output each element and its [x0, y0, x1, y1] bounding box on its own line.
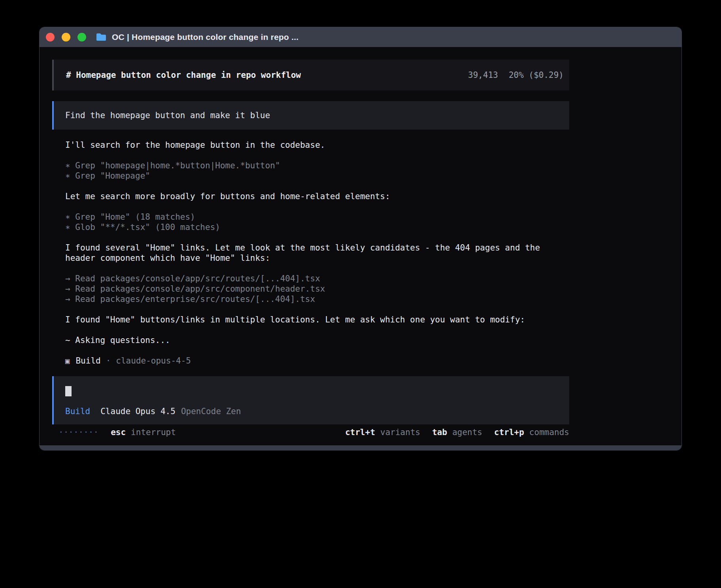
- footer-shortcut: ctrl+pcommands: [494, 428, 569, 437]
- tool-call-line: → Read packages/console/app/src/componen…: [65, 284, 569, 294]
- assistant-text-line: I'll search for the homepage button in t…: [65, 140, 569, 150]
- interrupt-key: esc: [111, 428, 126, 437]
- user-message: Find the homepage button and make it blu…: [52, 101, 569, 130]
- assistant-text-block: I'll search for the homepage button in t…: [52, 140, 569, 150]
- zoom-button[interactable]: [77, 33, 86, 41]
- session-header: # Homepage button color change in repo w…: [52, 60, 569, 90]
- assistant-text-block: ~ Asking questions...: [52, 335, 569, 345]
- window-bottom-edge: [40, 445, 681, 450]
- footer-shortcut: ctrl+tvariants: [345, 428, 420, 437]
- context-usage: 20% ($0.29): [509, 70, 564, 80]
- tool-call-line: → Read packages/enterprise/src/routes/[.…: [65, 294, 569, 304]
- terminal-content: # Homepage button color change in repo w…: [40, 47, 681, 445]
- close-button[interactable]: [46, 33, 55, 41]
- session-stats: 39,413 20% ($0.29): [468, 70, 564, 80]
- agent-icon: ▣: [65, 356, 70, 365]
- prompt-input[interactable]: Build Claude Opus 4.5 OpenCode Zen: [52, 376, 569, 424]
- tool-call-line: ∗ Grep "Homepage": [65, 171, 569, 181]
- tool-call-block: → Read packages/console/app/src/routes/[…: [52, 273, 569, 304]
- prompt-model-label: Claude Opus 4.5: [100, 407, 176, 416]
- text-cursor-icon: [65, 386, 72, 396]
- terminal-window: OC | Homepage button color change in rep…: [39, 27, 682, 450]
- tool-call-line: ∗ Grep "Home" (18 matches): [65, 212, 569, 222]
- statusbar: ········ esc interrupt ctrl+tvariantstab…: [52, 427, 569, 437]
- session-title: # Homepage button color change in repo w…: [66, 70, 301, 80]
- shortcut-label: variants: [380, 428, 420, 437]
- footer-shortcut: tabagents: [432, 428, 482, 437]
- separator-dot-icon: ·: [106, 356, 111, 366]
- tool-call-block: ∗ Grep "homepage|home.*button|Home.*butt…: [52, 160, 569, 181]
- shortcut-key: ctrl+t: [345, 428, 375, 437]
- shortcut-label: agents: [452, 428, 482, 437]
- tool-call-block: ∗ Grep "Home" (18 matches)∗ Glob "**/*.t…: [52, 212, 569, 232]
- tool-call-line: ∗ Glob "**/*.tsx" (100 matches): [65, 222, 569, 232]
- prompt-provider-label: OpenCode Zen: [181, 407, 241, 416]
- prompt-meta-row: Build Claude Opus 4.5 OpenCode Zen: [65, 407, 569, 416]
- shortcut-key: tab: [432, 428, 447, 437]
- assistant-text-line: I found "Home" buttons/links in multiple…: [65, 315, 569, 325]
- assistant-text-block: I found "Home" buttons/links in multiple…: [52, 315, 569, 325]
- assistant-text-line: Let me search more broadly for buttons a…: [65, 191, 569, 202]
- conversation: I'll search for the homepage button in t…: [52, 140, 569, 345]
- tool-call-line: → Read packages/console/app/src/routes/[…: [65, 273, 569, 284]
- assistant-text-line: ~ Asking questions...: [65, 335, 569, 345]
- user-message-text: Find the homepage button and make it blu…: [65, 111, 270, 120]
- minimize-button[interactable]: [62, 33, 70, 41]
- assistant-text-line: I found several "Home" links. Let me loo…: [65, 243, 569, 253]
- interrupt-label: interrupt: [131, 428, 176, 437]
- token-count: 39,413: [468, 70, 498, 80]
- prompt-agent-label: Build: [65, 407, 90, 416]
- footer-shortcuts: ctrl+tvariantstabagentsctrl+pcommands: [345, 428, 569, 437]
- shortcut-key: ctrl+p: [494, 428, 524, 437]
- tool-call-line: ∗ Grep "homepage|home.*button|Home.*butt…: [65, 160, 569, 171]
- assistant-text-block: Let me search more broadly for buttons a…: [52, 191, 569, 202]
- assistant-text-line: header component which have "Home" links…: [65, 253, 569, 263]
- shortcut-label: commands: [529, 428, 569, 437]
- traffic-lights: [46, 33, 86, 41]
- agent-model: claude-opus-4-5: [116, 356, 191, 366]
- titlebar[interactable]: OC | Homepage button color change in rep…: [40, 27, 681, 47]
- assistant-text-block: I found several "Home" links. Let me loo…: [52, 243, 569, 263]
- agent-status: ▣ Build · claude-opus-4-5: [52, 356, 681, 366]
- agent-name: Build: [75, 356, 100, 366]
- spinner-dots-icon: ········: [52, 428, 98, 437]
- folder-icon: [96, 33, 107, 41]
- window-title: OC | Homepage button color change in rep…: [112, 32, 298, 42]
